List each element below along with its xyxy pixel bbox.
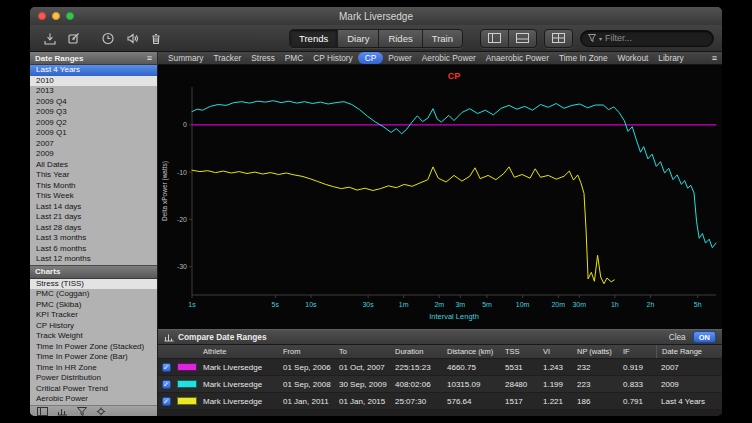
stack-view-button[interactable] bbox=[509, 30, 536, 47]
y-tick-label: 0 bbox=[183, 121, 187, 128]
view-tab-rides[interactable]: Rides bbox=[379, 30, 422, 47]
compare-icon bbox=[164, 333, 174, 342]
chart-list-item[interactable]: Critical Power Trend bbox=[30, 384, 157, 395]
date-range-item[interactable]: 2007 bbox=[30, 139, 157, 150]
table-row[interactable]: ✓Mark Liversedge01 Sep, 200830 Sep, 2009… bbox=[158, 376, 722, 393]
clear-button[interactable]: Clea bbox=[669, 332, 686, 342]
date-range-item[interactable]: 2013 bbox=[30, 86, 157, 97]
date-ranges-list: Last 4 Years201020132009 Q42009 Q32009 Q… bbox=[30, 65, 157, 265]
date-range-item[interactable]: Last 4 Years bbox=[30, 65, 157, 76]
schedule-button[interactable] bbox=[96, 29, 120, 48]
charts-header[interactable]: Charts bbox=[30, 265, 157, 279]
tile-view-button[interactable] bbox=[545, 30, 572, 47]
import-button[interactable] bbox=[38, 29, 62, 48]
title-bar[interactable]: Mark Liversedge bbox=[30, 7, 722, 26]
vi-cell: 1.199 bbox=[540, 380, 574, 389]
checkbox-icon[interactable]: ✓ bbox=[162, 397, 171, 406]
tab-stress[interactable]: Stress bbox=[246, 52, 280, 64]
column-header: VI bbox=[540, 347, 574, 356]
chart-list-item[interactable]: Time In Power Zone (Stacked) bbox=[30, 342, 157, 353]
split-view-button[interactable] bbox=[481, 30, 509, 47]
tab-power[interactable]: Power bbox=[383, 52, 417, 64]
window-title: Mark Liversedge bbox=[339, 11, 413, 22]
audio-button[interactable] bbox=[120, 29, 144, 48]
date-range-item[interactable]: Last 21 days bbox=[30, 212, 157, 223]
view-tab-trends[interactable]: Trends bbox=[290, 30, 338, 47]
tab-cp[interactable]: CP bbox=[358, 52, 384, 64]
vi-cell: 1.243 bbox=[540, 363, 574, 372]
compare-on-toggle[interactable]: ON bbox=[693, 331, 716, 343]
date-range-item[interactable]: 2009 Q1 bbox=[30, 128, 157, 139]
date-range-item[interactable]: 2009 Q4 bbox=[30, 97, 157, 108]
np-cell: 232 bbox=[574, 363, 620, 372]
tile-switcher bbox=[544, 29, 573, 48]
chart-list-item[interactable]: Aerobic Power bbox=[30, 394, 157, 405]
tab-workout[interactable]: Workout bbox=[613, 52, 654, 64]
date-range-item[interactable]: 2009 Q2 bbox=[30, 118, 157, 129]
x-tick-label: 5s bbox=[272, 301, 280, 308]
date-range-item[interactable]: This Month bbox=[30, 181, 157, 192]
close-window-button[interactable] bbox=[38, 12, 46, 20]
date-range-item[interactable]: Last 28 days bbox=[30, 223, 157, 234]
np-cell: 186 bbox=[574, 397, 620, 406]
series-color-swatch bbox=[177, 397, 197, 405]
filter-field[interactable]: ▾ bbox=[580, 30, 714, 47]
tabbar-menu-icon[interactable]: ≡ bbox=[712, 54, 717, 63]
cp-chart[interactable]: 0-10-20-30Delta xPower (watts)1s5s10s30s… bbox=[158, 65, 722, 329]
compose-button[interactable] bbox=[62, 29, 86, 48]
view-tab-diary[interactable]: Diary bbox=[338, 30, 379, 47]
column-header: Date Range bbox=[656, 345, 722, 358]
tab-anaerobic-power[interactable]: Anaerobic Power bbox=[481, 52, 554, 64]
date-range-item[interactable]: Last 12 months bbox=[30, 254, 157, 265]
tab-time-in-zone[interactable]: Time In Zone bbox=[554, 52, 613, 64]
date-range-item[interactable]: This Year bbox=[30, 170, 157, 181]
series-line-2009-vs-2007 bbox=[192, 101, 716, 248]
chart-list-item[interactable]: Power Distribution bbox=[30, 373, 157, 384]
delete-button[interactable] bbox=[144, 29, 168, 48]
date-range-item[interactable]: 2010 bbox=[30, 76, 157, 87]
layout-icon[interactable] bbox=[37, 407, 48, 416]
date-range-item[interactable]: 2009 bbox=[30, 149, 157, 160]
chart-list-item[interactable]: Track Weight bbox=[30, 331, 157, 342]
filter-icon[interactable] bbox=[77, 407, 87, 416]
tab-library[interactable]: Library bbox=[653, 52, 688, 64]
checkbox-icon[interactable]: ✓ bbox=[162, 363, 171, 372]
date-range-item[interactable]: 2009 Q3 bbox=[30, 107, 157, 118]
tab-aerobic-power[interactable]: Aerobic Power bbox=[417, 52, 481, 64]
chart-list-item[interactable]: CP History bbox=[30, 321, 157, 332]
filter-funnel-icon bbox=[588, 34, 596, 42]
date-range-item[interactable]: Last 14 days bbox=[30, 202, 157, 213]
chart-list-item[interactable]: KPI Tracker bbox=[30, 310, 157, 321]
chart-list-item[interactable]: Time In HR Zone bbox=[30, 363, 157, 374]
filter-input[interactable] bbox=[605, 33, 706, 43]
row-checkbox-cell: ✓ bbox=[158, 397, 174, 406]
view-tab-train[interactable]: Train bbox=[423, 30, 462, 47]
menu-icon[interactable]: ≡ bbox=[147, 54, 152, 63]
date-range-item[interactable]: This Week bbox=[30, 191, 157, 202]
chart-list-item[interactable]: Stress (TISS) bbox=[30, 279, 157, 290]
date-ranges-header[interactable]: Date Ranges ≡ bbox=[30, 52, 158, 65]
minimize-window-button[interactable] bbox=[52, 12, 60, 20]
chart-list-item[interactable]: Time In Power Zone (Bar) bbox=[30, 352, 157, 363]
date-range-item[interactable]: All Dates bbox=[30, 160, 157, 171]
checkbox-icon[interactable]: ✓ bbox=[162, 380, 171, 389]
tab-cp-history[interactable]: CP History bbox=[308, 52, 358, 64]
distance-cell: 4660.75 bbox=[444, 363, 502, 372]
zoom-window-button[interactable] bbox=[66, 12, 74, 20]
compare-header: Compare Date Ranges Clea ON bbox=[158, 329, 722, 345]
duration-cell: 25:07:30 bbox=[392, 397, 444, 406]
date-range-item[interactable]: Last 3 months bbox=[30, 233, 157, 244]
if-cell: 0.791 bbox=[620, 397, 656, 406]
table-row[interactable]: ✓Mark Liversedge01 Jan, 201101 Jan, 2015… bbox=[158, 393, 722, 410]
date-range-item[interactable]: Last 6 months bbox=[30, 244, 157, 255]
table-row[interactable]: ✓Mark Liversedge01 Sep, 200601 Oct, 2007… bbox=[158, 359, 722, 376]
chart-list-item[interactable]: PMC (Skiba) bbox=[30, 300, 157, 311]
chart-list-item[interactable]: PMC (Coggan) bbox=[30, 289, 157, 300]
chart-icon[interactable] bbox=[57, 407, 68, 416]
tab-summary[interactable]: Summary bbox=[163, 52, 209, 64]
tab-tracker[interactable]: Tracker bbox=[209, 52, 247, 64]
charts-list: Stress (TISS)PMC (Coggan)PMC (Skiba)KPI … bbox=[30, 279, 157, 405]
tab-pmc[interactable]: PMC bbox=[280, 52, 308, 64]
gear-icon[interactable] bbox=[96, 407, 106, 416]
row-checkbox-cell: ✓ bbox=[158, 363, 174, 372]
